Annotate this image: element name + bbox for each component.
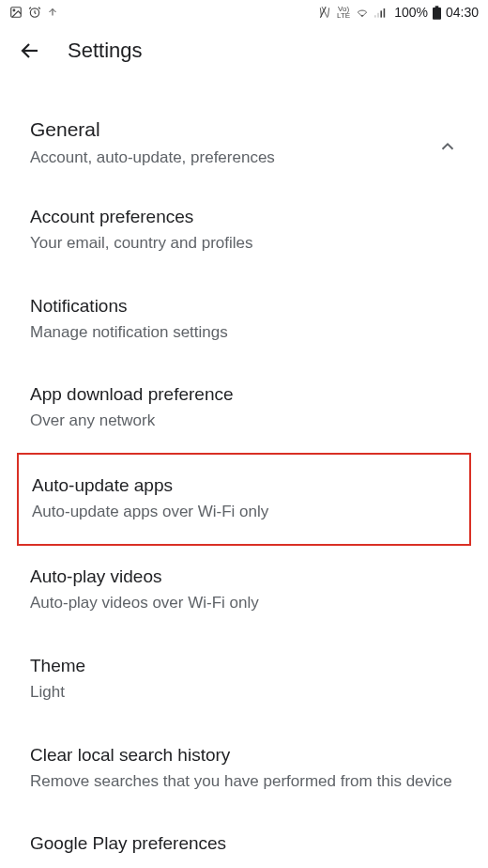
setting-google-play-preferences[interactable]: Google Play preferences	[4, 813, 484, 868]
setting-account-preferences[interactable]: Account preferences Your email, country …	[4, 186, 484, 275]
setting-title: Auto-play videos	[30, 566, 458, 587]
status-right-icons: Vo) LTE 100% 04:30	[317, 5, 479, 20]
setting-title: Account preferences	[30, 207, 458, 227]
upload-icon	[47, 6, 58, 19]
setting-subtitle: Your email, country and profiles	[30, 232, 458, 255]
volte-bottom: LTE	[337, 12, 350, 19]
battery-icon	[433, 6, 441, 20]
setting-subtitle: Light	[30, 681, 458, 704]
alarm-icon	[28, 6, 41, 19]
settings-content: General Account, auto-update, preference…	[0, 77, 488, 868]
wifi-icon	[355, 6, 370, 19]
setting-subtitle: Over any network	[30, 410, 458, 432]
setting-notifications[interactable]: Notifications Manage notification settin…	[4, 275, 484, 364]
page-title: Settings	[68, 39, 143, 63]
svg-rect-6	[377, 13, 379, 18]
svg-rect-10	[435, 6, 439, 8]
svg-rect-8	[384, 8, 386, 18]
setting-title: Notifications	[30, 296, 458, 317]
setting-subtitle: Auto-update apps over Wi-Fi only	[32, 501, 456, 523]
clock-time: 04:30	[446, 5, 479, 20]
setting-app-download-preference[interactable]: App download preference Over any network	[4, 364, 484, 453]
vibrate-icon	[317, 6, 332, 19]
svg-rect-5	[374, 15, 376, 17]
battery-percentage: 100%	[394, 5, 428, 20]
back-button[interactable]	[17, 38, 43, 64]
setting-title: App download preference	[30, 384, 458, 405]
setting-title: Theme	[30, 656, 458, 676]
svg-point-1	[13, 9, 15, 11]
setting-title: Google Play preferences	[30, 833, 458, 854]
setting-theme[interactable]: Theme Light	[4, 635, 484, 724]
svg-point-4	[361, 15, 363, 17]
status-bar: Vo) LTE 100% 04:30	[0, 0, 488, 24]
section-subtitle: Account, auto-update, preferences	[30, 147, 275, 169]
section-title: General	[30, 118, 275, 141]
setting-subtitle: Remove searches that you have performed …	[30, 770, 458, 793]
setting-subtitle: Manage notification settings	[30, 321, 458, 344]
setting-auto-update-apps[interactable]: Auto-update apps Auto-update apps over W…	[17, 453, 471, 546]
section-general[interactable]: General Account, auto-update, preference…	[4, 77, 484, 169]
volte-icon: Vo) LTE	[337, 6, 350, 19]
setting-subtitle: Auto-play videos over Wi-Fi only	[30, 592, 458, 614]
image-icon	[9, 6, 23, 19]
setting-title: Clear local search history	[30, 745, 458, 766]
setting-title: Auto-update apps	[32, 475, 456, 496]
setting-clear-local-search-history[interactable]: Clear local search history Remove search…	[4, 724, 484, 814]
app-bar: Settings	[0, 24, 488, 77]
signal-icon	[374, 6, 389, 19]
status-left-icons	[9, 6, 58, 19]
setting-auto-play-videos[interactable]: Auto-play videos Auto-play videos over W…	[4, 546, 484, 635]
back-arrow-icon	[19, 39, 41, 62]
chevron-up-icon	[437, 127, 458, 161]
svg-rect-9	[433, 8, 441, 20]
svg-rect-7	[381, 10, 383, 17]
